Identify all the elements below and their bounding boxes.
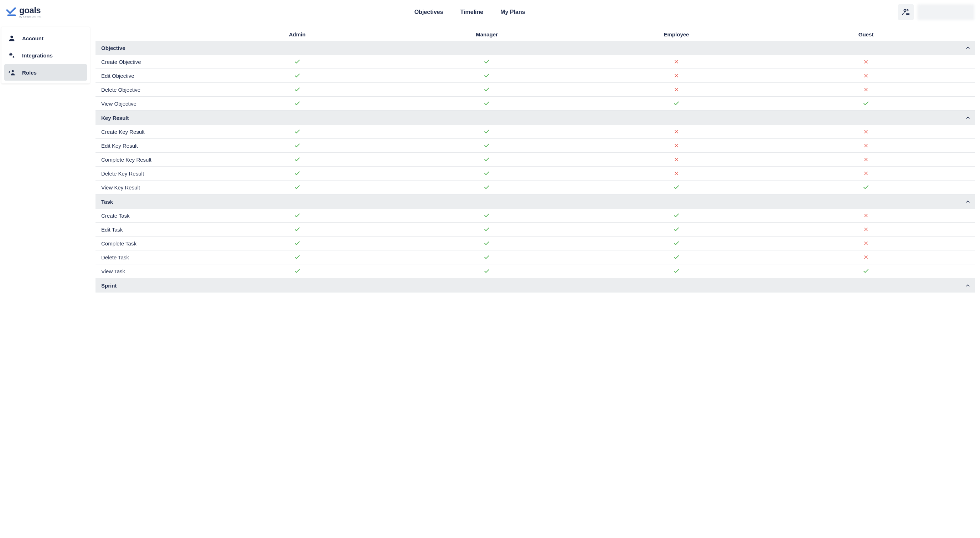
permission-cell: [582, 236, 771, 250]
section-header[interactable]: Key Result: [95, 110, 975, 125]
section-collapse-toggle[interactable]: [961, 199, 975, 204]
section-title: Key Result: [95, 110, 202, 125]
permission-cell: [202, 167, 392, 180]
x-icon: [674, 143, 679, 148]
permission-cell: [392, 97, 582, 110]
permission-cell: [771, 251, 961, 264]
check-icon: [484, 170, 490, 177]
permission-label: Complete Task: [95, 236, 202, 250]
check-icon: [484, 142, 490, 149]
permission-cell: [582, 83, 771, 96]
permission-label: View Objective: [95, 97, 202, 110]
col-header-guest: Guest: [771, 28, 961, 41]
permission-cell: [582, 55, 771, 69]
check-icon: [484, 100, 490, 107]
permission-row: Delete Task: [95, 251, 975, 264]
chevron-up-icon: [965, 115, 971, 121]
check-icon: [294, 268, 301, 275]
check-icon: [294, 72, 301, 79]
section-header[interactable]: Objective: [95, 41, 975, 55]
permission-cell: [771, 223, 961, 236]
check-icon: [484, 86, 490, 93]
section-collapse-toggle[interactable]: [961, 283, 975, 288]
logo-mark-icon: [5, 6, 17, 18]
svg-point-5: [12, 70, 14, 72]
nav-my-plans[interactable]: My Plans: [500, 9, 525, 15]
check-icon: [484, 226, 490, 233]
permission-cell: [582, 97, 771, 110]
permission-row: Create Objective: [95, 55, 975, 69]
permission-cell: [202, 153, 392, 166]
x-icon: [864, 241, 869, 246]
permission-cell: [202, 83, 392, 96]
permission-cell: [392, 209, 582, 222]
permission-label: Edit Objective: [95, 69, 202, 82]
svg-point-2: [10, 36, 13, 38]
sidebar-item-label: Account: [22, 35, 43, 42]
section-collapse-toggle[interactable]: [961, 115, 975, 121]
check-icon: [673, 254, 679, 260]
permission-label: Edit Key Result: [95, 139, 202, 152]
check-icon: [484, 72, 490, 79]
permission-cell: [202, 125, 392, 139]
section-header[interactable]: Sprint: [95, 278, 975, 292]
check-icon: [484, 59, 490, 65]
permission-row: Create Task: [95, 209, 975, 223]
permission-cell: [771, 139, 961, 152]
nav-timeline[interactable]: Timeline: [460, 9, 484, 15]
gears-icon: [8, 51, 16, 59]
permission-label: Create Task: [95, 209, 202, 222]
check-icon: [673, 240, 679, 246]
sidebar-item-integrations[interactable]: Integrations: [4, 47, 87, 64]
permission-cell: [771, 236, 961, 250]
profile-menu[interactable]: [917, 4, 974, 20]
permission-cell: [202, 264, 392, 278]
permission-cell: [582, 251, 771, 264]
permission-cell: [392, 55, 582, 69]
logo[interactable]: goals by KeepSolid Inc.: [4, 6, 41, 18]
permission-cell: [771, 69, 961, 82]
permission-cell: [202, 55, 392, 69]
x-icon: [864, 157, 869, 162]
section-header[interactable]: Task: [95, 195, 975, 209]
check-icon: [484, 156, 490, 163]
permission-cell: [392, 69, 582, 82]
check-icon: [294, 240, 301, 246]
permission-cell: [202, 139, 392, 152]
people-settings-button[interactable]: [898, 4, 914, 20]
sidebar-item-roles[interactable]: Roles: [4, 64, 87, 81]
permission-cell: [392, 236, 582, 250]
permission-cell: [202, 180, 392, 194]
permission-label: Edit Task: [95, 223, 202, 236]
check-icon: [294, 156, 301, 163]
section-collapse-toggle[interactable]: [961, 45, 975, 51]
permission-cell: [392, 167, 582, 180]
section-title: Objective: [95, 41, 202, 55]
x-icon: [864, 59, 869, 64]
check-icon: [484, 240, 490, 246]
permission-cell: [392, 125, 582, 139]
check-icon: [673, 226, 679, 233]
permission-cell: [582, 139, 771, 152]
svg-point-4: [13, 56, 14, 58]
permission-label: Delete Task: [95, 251, 202, 264]
permission-cell: [202, 69, 392, 82]
table-header-row: Admin Manager Employee Guest: [95, 28, 975, 41]
permission-cell: [392, 264, 582, 278]
permission-cell: [771, 125, 961, 139]
permission-cell: [582, 264, 771, 278]
x-icon: [864, 87, 869, 92]
x-icon: [674, 129, 679, 134]
permission-cell: [771, 264, 961, 278]
permission-label: Delete Objective: [95, 83, 202, 96]
nav-objectives[interactable]: Objectives: [414, 9, 443, 15]
topbar: goals by KeepSolid Inc. Objectives Timel…: [0, 0, 980, 24]
sidebar-item-account[interactable]: Account: [4, 30, 87, 46]
nav-right: [898, 4, 974, 20]
settings-sidebar: Account Integrations Roles: [2, 27, 90, 83]
x-icon: [674, 73, 679, 78]
section-title: Task: [95, 195, 202, 209]
chevron-up-icon: [965, 45, 971, 51]
permission-label: View Task: [95, 264, 202, 278]
permission-cell: [202, 97, 392, 110]
